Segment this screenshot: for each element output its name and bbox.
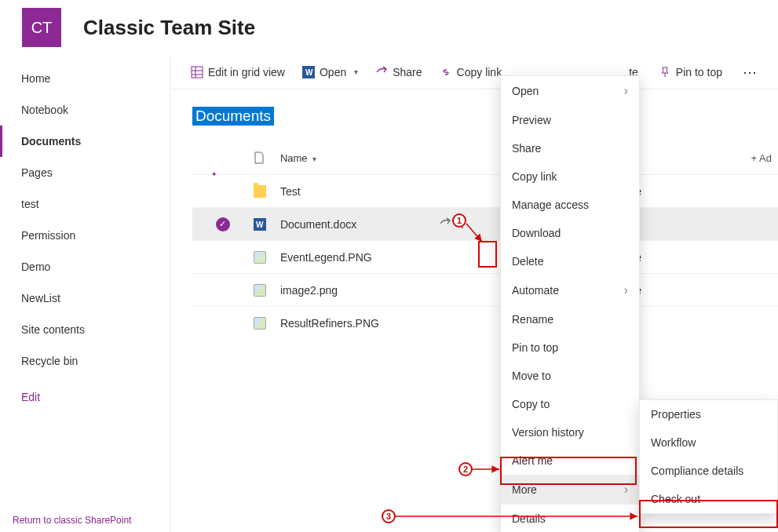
menu-delete[interactable]: Delete	[501, 247, 639, 275]
image-file-icon	[254, 251, 266, 264]
svg-text:W: W	[305, 68, 313, 77]
row-more-icon[interactable]	[456, 214, 469, 235]
sidebar-item-pages[interactable]: Pages	[0, 157, 170, 188]
row-share-icon[interactable]	[439, 217, 451, 231]
selected-check-icon[interactable]: ✓	[216, 217, 230, 231]
sidebar-item-test[interactable]: test	[0, 188, 170, 220]
sidebar-item-notebook[interactable]: Notebook	[0, 94, 170, 126]
cmd-copy-link[interactable]: Copy link	[440, 66, 502, 78]
grid-icon	[191, 66, 203, 78]
menu-alert-me[interactable]: Alert me	[501, 446, 639, 475]
chevron-right-icon	[624, 84, 628, 98]
sidebar-item-site-contents[interactable]: Site contents	[0, 314, 170, 345]
chevron-right-icon	[624, 283, 628, 297]
item-name: EventLegend.PNG	[280, 251, 372, 264]
header-type-icon[interactable]	[254, 151, 280, 164]
svg-rect-0	[192, 67, 203, 78]
menu-manage-access[interactable]: Manage access	[501, 191, 639, 219]
sidebar-edit[interactable]: Edit	[0, 381, 170, 413]
image-file-icon	[254, 317, 266, 330]
sidebar-item-newlist[interactable]: NewList	[0, 282, 170, 314]
table-row[interactable]: ResultRefiners.PNG dele Vance	[192, 306, 778, 339]
header-name[interactable]: Name	[280, 152, 484, 164]
menu-rename[interactable]: Rename	[501, 305, 639, 333]
item-name: Test	[280, 185, 301, 198]
table-row[interactable]: ✦ Test ogesh Rajmane	[192, 174, 778, 207]
menu-automate[interactable]: Automate	[501, 275, 639, 305]
word-file-icon: W	[254, 218, 266, 231]
cmd-copy-link-label: Copy link	[457, 66, 502, 78]
site-title: Classic Team Site	[83, 16, 255, 40]
menu-move-to[interactable]: Move to	[501, 362, 639, 390]
site-logo[interactable]: CT	[22, 8, 61, 47]
header-name-label: Name	[280, 152, 308, 164]
menu-more[interactable]: More	[501, 475, 639, 505]
menu-pin-to-top[interactable]: Pin to top	[501, 333, 639, 362]
cmd-edit-grid[interactable]: Edit in grid view	[191, 66, 285, 78]
svg-text:W: W	[256, 220, 264, 229]
new-badge-icon: ✦	[211, 170, 217, 178]
cmd-more[interactable]: ⋯	[743, 64, 758, 81]
menu-open[interactable]: Open	[501, 76, 639, 106]
menu-copy-to[interactable]: Copy to	[501, 390, 639, 418]
share-icon	[375, 66, 388, 78]
menu-version-history[interactable]: Version history	[501, 418, 639, 446]
sidebar-item-recycle-bin[interactable]: Recycle bin	[0, 345, 170, 377]
table-row[interactable]: image2.png ogesh Rajmane	[192, 273, 778, 306]
cmd-share[interactable]: Share	[375, 66, 422, 78]
cmd-open[interactable]: W Open	[302, 66, 358, 78]
header-add-column[interactable]: + Ad	[751, 152, 772, 164]
documents-table: Name Modified By + Ad ✦ Test ogesh Rajma…	[192, 141, 778, 339]
table-header: Name Modified By + Ad	[192, 141, 778, 174]
sidebar-item-permission[interactable]: Permission	[0, 220, 170, 251]
context-menu: Open Preview Share Copy link Manage acce…	[500, 75, 640, 532]
context-submenu: Properties Workflow Compliance details C…	[639, 399, 778, 514]
cmd-share-label: Share	[393, 66, 422, 78]
submenu-workflow[interactable]: Workflow	[640, 428, 777, 457]
submenu-properties[interactable]: Properties	[640, 400, 777, 428]
link-icon	[440, 66, 452, 78]
library-title: Documents	[192, 107, 274, 126]
item-name: Document.docx	[280, 218, 356, 231]
table-row[interactable]: ✓ W Document.docx ogesh Rajmane	[192, 207, 778, 240]
command-bar: Edit in grid view W Open Share Copy link	[170, 55, 778, 89]
cmd-pin-label: Pin to top	[676, 66, 722, 78]
item-name: image2.png	[280, 284, 338, 297]
menu-share[interactable]: Share	[501, 134, 639, 162]
word-icon: W	[302, 66, 315, 78]
table-row[interactable]: EventLegend.PNG ogesh Rajmane	[192, 240, 778, 273]
submenu-check-out[interactable]: Check out	[640, 485, 777, 513]
submenu-compliance-details[interactable]: Compliance details	[640, 457, 777, 485]
chevron-right-icon	[624, 483, 628, 497]
sidebar: Home Notebook Documents Pages test Permi…	[0, 55, 170, 532]
sidebar-item-demo[interactable]: Demo	[0, 251, 170, 282]
item-name: ResultRefiners.PNG	[280, 317, 379, 330]
menu-details[interactable]: Details	[501, 505, 639, 532]
sidebar-item-documents[interactable]: Documents	[0, 126, 170, 157]
menu-copy-link[interactable]: Copy link	[501, 162, 639, 191]
menu-preview[interactable]: Preview	[501, 106, 639, 134]
cmd-edit-grid-label: Edit in grid view	[208, 66, 285, 78]
menu-download[interactable]: Download	[501, 219, 639, 247]
image-file-icon	[254, 284, 266, 297]
return-to-classic-link[interactable]: Return to classic SharePoint	[13, 515, 131, 526]
folder-icon	[254, 185, 266, 198]
sidebar-item-home[interactable]: Home	[0, 63, 170, 94]
pin-icon	[659, 66, 671, 78]
cmd-open-label: Open	[320, 66, 346, 78]
cmd-pin[interactable]: Pin to top	[659, 66, 722, 78]
